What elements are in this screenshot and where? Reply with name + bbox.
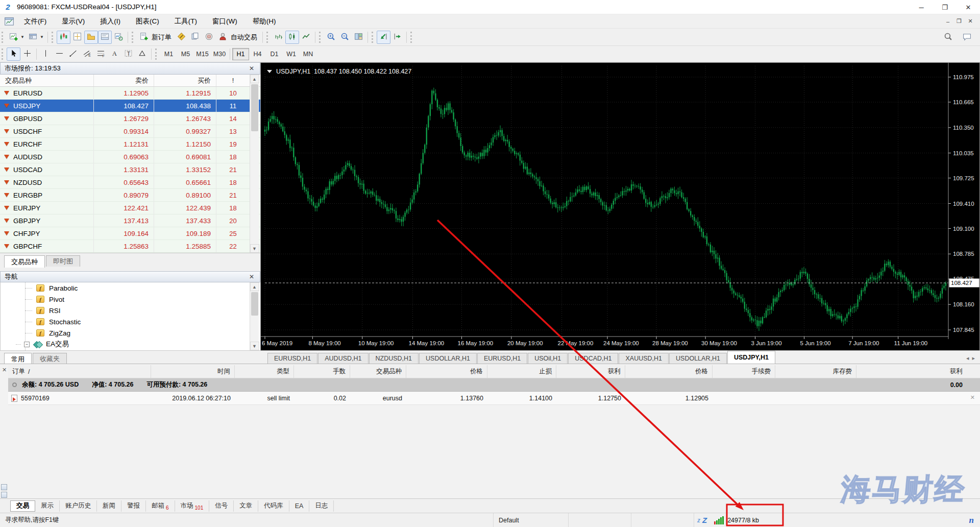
new-order-label[interactable]: 新订单 <box>152 33 172 42</box>
terminal-column-0[interactable]: 订单/ <box>8 365 151 378</box>
terminal-tab-代码库[interactable]: 代码库 <box>258 500 289 512</box>
optimization-button[interactable] <box>202 31 216 44</box>
horizontal-line-button[interactable] <box>53 47 66 61</box>
menu-item-2[interactable]: 插入(I) <box>92 14 128 28</box>
chart-tab-5[interactable]: USOil,H1 <box>528 353 568 364</box>
timeframe-h4-button[interactable]: H4 <box>249 48 266 60</box>
fibonacci-button[interactable]: F <box>94 47 108 61</box>
terminal-close-icon[interactable]: ✕ <box>2 367 7 373</box>
terminal-tab-交易[interactable]: 交易 <box>10 500 35 512</box>
chart-tab-4[interactable]: EURUSD,H1 <box>477 353 527 364</box>
market-watch-tab-即时图[interactable]: 即时图 <box>46 255 80 267</box>
auto-scroll-button[interactable] <box>377 31 390 44</box>
order-close-icon[interactable]: ✕ <box>970 394 975 401</box>
timeframe-m5-button[interactable]: M5 <box>177 48 194 60</box>
navigator-button[interactable] <box>84 31 98 44</box>
new-chart-caret-icon[interactable]: ▼ <box>20 35 24 39</box>
market-watch-button[interactable] <box>57 31 70 44</box>
terminal-column-9[interactable]: 手续费 <box>713 365 775 378</box>
symbol-row-eurusd[interactable]: EURUSD1.129051.1291510 <box>0 87 260 100</box>
terminal-tab-邮箱[interactable]: 邮箱6 <box>146 500 175 512</box>
terminal-tab-EA[interactable]: EA <box>289 500 310 512</box>
data-window-button[interactable] <box>70 31 84 44</box>
zoom-in-button[interactable] <box>324 31 338 44</box>
dock-icon[interactable] <box>1 492 7 498</box>
scrollbar-thumb[interactable] <box>251 292 258 316</box>
shapes-button[interactable] <box>135 47 149 61</box>
bars-chart-button[interactable] <box>272 31 285 44</box>
terminal-button[interactable] <box>98 31 112 44</box>
toolbar-grip[interactable] <box>132 32 135 43</box>
toolbar-grip[interactable] <box>155 49 158 60</box>
chart-tab-8[interactable]: USDOLLAR,H1 <box>669 353 727 364</box>
scroll-down-icon[interactable]: ▼ <box>250 342 259 350</box>
terminal-tab-新闻[interactable]: 新闻 <box>97 500 121 512</box>
timeframe-w1-button[interactable]: W1 <box>283 48 300 60</box>
terminal-column-6[interactable]: 止损 <box>487 365 556 378</box>
mdi-restore-button[interactable]: ❐ <box>953 16 965 27</box>
timeframe-d1-button[interactable]: D1 <box>266 48 283 60</box>
maximize-button[interactable]: ❐ <box>933 0 957 14</box>
menu-item-6[interactable]: 帮助(H) <box>245 14 284 28</box>
toolbar-grip[interactable] <box>52 32 55 43</box>
scroll-up-icon[interactable]: ▲ <box>250 282 259 291</box>
text-button[interactable]: A <box>108 47 121 61</box>
terminal-tab-展示[interactable]: 展示 <box>35 500 60 512</box>
navigator-tab-收藏夹[interactable]: 收藏夹 <box>33 353 67 364</box>
market-watch-close-icon[interactable]: ✕ <box>248 65 256 72</box>
mdi-close-button[interactable]: ✕ <box>965 16 976 27</box>
terminal-tab-账户历史[interactable]: 账户历史 <box>60 500 97 512</box>
status-profile[interactable]: Default <box>494 513 569 527</box>
symbol-row-audusd[interactable]: AUDUSD0.690630.6908118 <box>0 151 260 163</box>
candlestick-chart-svg[interactable]: 110.975110.665110.350110.035109.725109.4… <box>261 63 979 350</box>
tree-collapse-icon[interactable]: − <box>24 342 30 347</box>
label-button[interactable]: T <box>121 47 135 61</box>
open-order-row[interactable]: 559701692019.06.12 06:27:10sell limit0.0… <box>8 392 980 405</box>
cursor-button[interactable] <box>7 47 20 61</box>
tile-windows-button[interactable] <box>352 31 365 44</box>
timeframe-mn-button[interactable]: MN <box>300 48 316 60</box>
timeframe-h1-button[interactable]: H1 <box>232 48 249 60</box>
symbol-row-usdcad[interactable]: USDCAD1.331311.3315221 <box>0 163 260 176</box>
terminal-column-3[interactable]: 手数 <box>294 365 350 378</box>
channel-button[interactable]: E <box>80 47 94 61</box>
new-order-button[interactable] <box>137 31 151 44</box>
timeframe-m1-button[interactable]: M1 <box>160 48 177 60</box>
candles-chart-button[interactable] <box>285 31 299 44</box>
symbol-row-gbpusd[interactable]: GBPUSD1.267291.2674314 <box>0 112 260 125</box>
close-button[interactable]: ✕ <box>957 0 980 14</box>
navigator-item-Parabolic[interactable]: fParabolic <box>1 282 260 294</box>
terminal-column-1[interactable]: 时间 <box>151 365 235 378</box>
terminal-column-4[interactable]: 交易品种 <box>350 365 406 378</box>
chat-button[interactable] <box>960 31 974 44</box>
menu-item-3[interactable]: 图表(C) <box>128 14 167 28</box>
symbol-row-gbpchf[interactable]: GBPCHF1.258631.2588522 <box>0 240 260 253</box>
navigator-item-EA交易[interactable]: −EA交易 <box>1 339 260 350</box>
symbol-row-eurchf[interactable]: EURCHF1.121311.1215019 <box>0 138 260 151</box>
chart-shift-button[interactable] <box>390 31 404 44</box>
terminal-tab-信号[interactable]: 信号 <box>209 500 234 512</box>
price-chart[interactable]: 110.975110.665110.350110.035109.725109.4… <box>260 62 980 350</box>
navigator-item-RSI[interactable]: fRSI <box>1 305 260 316</box>
column-header-1[interactable]: 卖价 <box>94 75 154 86</box>
navigator-scrollbar[interactable]: ▲ ▼ <box>250 282 259 350</box>
timeframe-m30-button[interactable]: M30 <box>211 48 228 60</box>
navigator-item-ZigZag[interactable]: fZigZag <box>1 327 260 339</box>
column-header-2[interactable]: 买价 <box>154 75 216 86</box>
autotrading-button[interactable] <box>216 31 230 44</box>
toolbar-grip[interactable] <box>266 32 270 43</box>
chart-tab-2[interactable]: NZDUSD,H1 <box>369 353 419 364</box>
symbol-row-eurjpy[interactable]: EURJPY122.421122.43918 <box>0 202 260 214</box>
profiles-caret-icon[interactable]: ▼ <box>40 35 44 39</box>
column-header-0[interactable]: 交易品种 <box>0 75 94 86</box>
profiles-button[interactable] <box>26 31 40 44</box>
menu-item-4[interactable]: 工具(T) <box>167 14 205 28</box>
scroll-left-icon[interactable]: ◂ <box>966 355 969 362</box>
chart-tab-0[interactable]: EURUSD,H1 <box>267 353 317 364</box>
minimize-button[interactable]: ─ <box>910 0 933 14</box>
menu-item-1[interactable]: 显示(V) <box>54 14 92 28</box>
terminal-column-7[interactable]: 获利 <box>556 365 625 378</box>
symbol-row-nzdusd[interactable]: NZDUSD0.656430.6566118 <box>0 176 260 189</box>
menu-item-0[interactable]: 文件(F) <box>16 14 54 28</box>
terminal-tab-市场[interactable]: 市场101 <box>175 500 210 512</box>
